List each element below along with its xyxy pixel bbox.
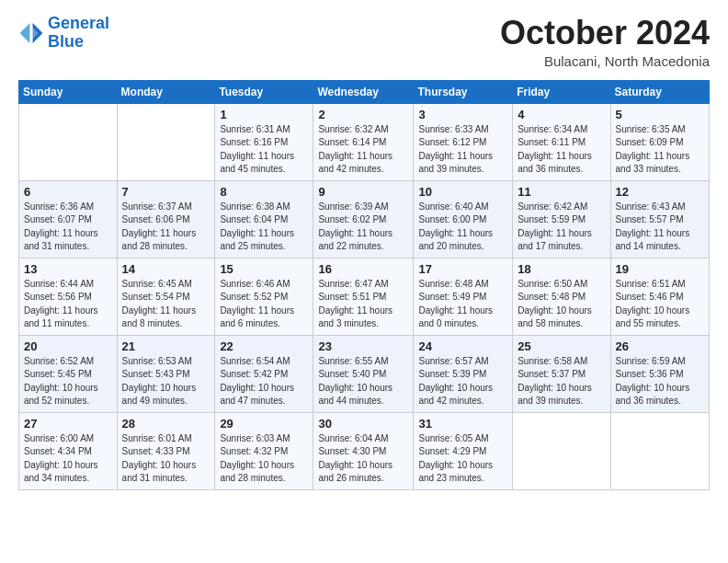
day-detail-23: Sunrise: 6:55 AMSunset: 5:40 PMDaylight:… [318, 355, 408, 408]
title-block: October 2024 Bulacani, North Macedonia [500, 15, 710, 69]
week-row-1: 1Sunrise: 6:31 AMSunset: 6:16 PMDaylight… [19, 103, 710, 180]
cell-w4-d3: 22Sunrise: 6:54 AMSunset: 5:42 PMDayligh… [215, 335, 313, 412]
cell-w5-d3: 29Sunrise: 6:03 AMSunset: 4:32 PMDayligh… [215, 412, 313, 489]
day-number-19: 19 [616, 262, 704, 276]
cell-w2-d1: 6Sunrise: 6:36 AMSunset: 6:07 PMDaylight… [19, 180, 118, 258]
day-number-15: 15 [220, 262, 308, 276]
logo-line1: General [48, 14, 109, 32]
cell-w2-d6: 11Sunrise: 6:42 AMSunset: 5:59 PMDayligh… [513, 180, 610, 258]
day-number-21: 21 [122, 339, 210, 353]
cell-w3-d2: 14Sunrise: 6:45 AMSunset: 5:54 PMDayligh… [117, 258, 215, 335]
day-detail-4: Sunrise: 6:34 AMSunset: 6:11 PMDaylight:… [518, 123, 605, 177]
day-detail-3: Sunrise: 6:33 AMSunset: 6:12 PMDaylight:… [418, 123, 507, 177]
cell-w2-d3: 8Sunrise: 6:38 AMSunset: 6:04 PMDaylight… [215, 180, 313, 258]
day-number-1: 1 [220, 108, 308, 121]
header-friday: Friday [513, 80, 610, 103]
day-number-9: 9 [318, 185, 408, 199]
cell-w3-d3: 15Sunrise: 6:46 AMSunset: 5:52 PMDayligh… [215, 258, 313, 335]
day-number-4: 4 [518, 108, 605, 121]
day-number-10: 10 [418, 185, 507, 199]
header-saturday: Saturday [610, 80, 709, 103]
cell-w2-d5: 10Sunrise: 6:40 AMSunset: 6:00 PMDayligh… [414, 180, 513, 258]
day-detail-13: Sunrise: 6:44 AMSunset: 5:56 PMDaylight:… [24, 278, 112, 331]
cell-w2-d7: 12Sunrise: 6:43 AMSunset: 5:57 PMDayligh… [610, 180, 709, 258]
day-detail-25: Sunrise: 6:58 AMSunset: 5:37 PMDaylight:… [518, 355, 605, 408]
cell-w1-d1 [19, 103, 118, 180]
day-number-18: 18 [518, 262, 605, 276]
day-number-24: 24 [418, 339, 507, 353]
day-detail-11: Sunrise: 6:42 AMSunset: 5:59 PMDaylight:… [518, 201, 605, 254]
day-number-31: 31 [418, 417, 507, 431]
cell-w5-d6 [513, 412, 610, 489]
cell-w3-d4: 16Sunrise: 6:47 AMSunset: 5:51 PMDayligh… [313, 258, 414, 335]
day-detail-28: Sunrise: 6:01 AMSunset: 4:33 PMDaylight:… [122, 432, 210, 486]
day-number-3: 3 [418, 108, 507, 121]
cell-w5-d1: 27Sunrise: 6:00 AMSunset: 4:34 PMDayligh… [19, 412, 118, 489]
day-number-17: 17 [418, 262, 507, 276]
header-sunday: Sunday [19, 80, 118, 103]
day-detail-19: Sunrise: 6:51 AMSunset: 5:46 PMDaylight:… [616, 278, 704, 331]
logo-text: General Blue [48, 15, 109, 52]
day-number-28: 28 [122, 417, 210, 431]
week-row-2: 6Sunrise: 6:36 AMSunset: 6:07 PMDaylight… [19, 180, 710, 258]
header-thursday: Thursday [414, 80, 513, 103]
cell-w3-d1: 13Sunrise: 6:44 AMSunset: 5:56 PMDayligh… [19, 258, 118, 335]
day-number-26: 26 [616, 339, 704, 353]
day-number-23: 23 [318, 339, 408, 353]
month-title: October 2024 [500, 15, 710, 52]
day-detail-16: Sunrise: 6:47 AMSunset: 5:51 PMDaylight:… [318, 278, 408, 331]
day-number-25: 25 [518, 339, 605, 353]
day-number-5: 5 [616, 108, 704, 121]
day-number-16: 16 [318, 262, 408, 276]
day-detail-22: Sunrise: 6:54 AMSunset: 5:42 PMDaylight:… [220, 355, 308, 408]
day-number-13: 13 [24, 262, 112, 276]
page: General Blue October 2024 Bulacani, Nort… [0, 0, 728, 563]
cell-w3-d5: 17Sunrise: 6:48 AMSunset: 5:49 PMDayligh… [414, 258, 513, 335]
day-number-7: 7 [122, 185, 210, 199]
day-number-2: 2 [318, 108, 408, 121]
day-detail-31: Sunrise: 6:05 AMSunset: 4:29 PMDaylight:… [418, 432, 507, 486]
day-detail-15: Sunrise: 6:46 AMSunset: 5:52 PMDaylight:… [220, 278, 308, 331]
cell-w4-d7: 26Sunrise: 6:59 AMSunset: 5:36 PMDayligh… [610, 335, 709, 412]
cell-w3-d6: 18Sunrise: 6:50 AMSunset: 5:48 PMDayligh… [513, 258, 610, 335]
cell-w2-d4: 9Sunrise: 6:39 AMSunset: 6:02 PMDaylight… [313, 180, 414, 258]
logo-icon [18, 20, 44, 46]
cell-w2-d2: 7Sunrise: 6:37 AMSunset: 6:06 PMDaylight… [117, 180, 215, 258]
day-number-20: 20 [24, 339, 112, 353]
cell-w5-d4: 30Sunrise: 6:04 AMSunset: 4:30 PMDayligh… [313, 412, 414, 489]
day-detail-10: Sunrise: 6:40 AMSunset: 6:00 PMDaylight:… [418, 201, 507, 254]
cell-w3-d7: 19Sunrise: 6:51 AMSunset: 5:46 PMDayligh… [610, 258, 709, 335]
cell-w4-d1: 20Sunrise: 6:52 AMSunset: 5:45 PMDayligh… [19, 335, 118, 412]
header-monday: Monday [117, 80, 215, 103]
logo-line2: Blue [48, 32, 84, 51]
header: General Blue October 2024 Bulacani, Nort… [18, 15, 710, 69]
calendar-header-row: Sunday Monday Tuesday Wednesday Thursday… [19, 80, 710, 103]
calendar-table: Sunday Monday Tuesday Wednesday Thursday… [18, 80, 710, 490]
day-detail-20: Sunrise: 6:52 AMSunset: 5:45 PMDaylight:… [24, 355, 112, 408]
day-number-12: 12 [616, 185, 704, 199]
logo: General Blue [18, 15, 109, 52]
week-row-5: 27Sunrise: 6:00 AMSunset: 4:34 PMDayligh… [19, 412, 710, 489]
day-detail-8: Sunrise: 6:38 AMSunset: 6:04 PMDaylight:… [220, 201, 308, 254]
day-detail-2: Sunrise: 6:32 AMSunset: 6:14 PMDaylight:… [318, 123, 408, 177]
cell-w4-d2: 21Sunrise: 6:53 AMSunset: 5:43 PMDayligh… [117, 335, 215, 412]
day-number-27: 27 [24, 417, 112, 431]
location-subtitle: Bulacani, North Macedonia [500, 53, 710, 69]
cell-w1-d5: 3Sunrise: 6:33 AMSunset: 6:12 PMDaylight… [414, 103, 513, 180]
cell-w1-d3: 1Sunrise: 6:31 AMSunset: 6:16 PMDaylight… [215, 103, 313, 180]
cell-w1-d4: 2Sunrise: 6:32 AMSunset: 6:14 PMDaylight… [313, 103, 414, 180]
week-row-4: 20Sunrise: 6:52 AMSunset: 5:45 PMDayligh… [19, 335, 710, 412]
day-number-29: 29 [220, 417, 308, 431]
day-detail-14: Sunrise: 6:45 AMSunset: 5:54 PMDaylight:… [122, 278, 210, 331]
cell-w5-d5: 31Sunrise: 6:05 AMSunset: 4:29 PMDayligh… [414, 412, 513, 489]
day-detail-6: Sunrise: 6:36 AMSunset: 6:07 PMDaylight:… [24, 201, 112, 254]
cell-w5-d7 [610, 412, 709, 489]
week-row-3: 13Sunrise: 6:44 AMSunset: 5:56 PMDayligh… [19, 258, 710, 335]
day-number-8: 8 [220, 185, 308, 199]
day-number-11: 11 [518, 185, 605, 199]
day-number-6: 6 [24, 185, 112, 199]
svg-marker-1 [20, 23, 30, 43]
cell-w1-d7: 5Sunrise: 6:35 AMSunset: 6:09 PMDaylight… [610, 103, 709, 180]
day-detail-30: Sunrise: 6:04 AMSunset: 4:30 PMDaylight:… [318, 432, 408, 486]
day-detail-27: Sunrise: 6:00 AMSunset: 4:34 PMDaylight:… [24, 432, 112, 486]
